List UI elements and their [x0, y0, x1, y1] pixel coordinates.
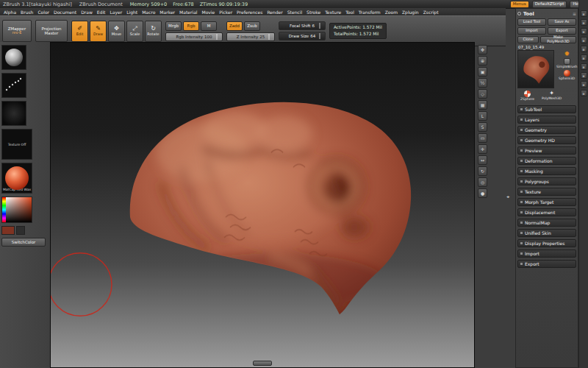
frame-icon[interactable]: ▭ [478, 133, 487, 143]
section-layers[interactable]: Layers [517, 116, 576, 124]
mrgb-button[interactable]: Mrgb [165, 21, 182, 31]
scroll-icon[interactable]: ✥ [478, 45, 487, 54]
rgb-button[interactable]: Rgb [183, 21, 199, 31]
rgb-intensity-slider[interactable]: Rgb Intensity 100 [165, 32, 223, 41]
rotate-gyro-icon[interactable]: ↻ [478, 166, 487, 176]
menu-material[interactable]: Material [177, 10, 199, 15]
sphere3d-icon[interactable] [564, 70, 570, 77]
menu-document[interactable]: Document [51, 10, 79, 15]
zsub-button[interactable]: Zsub [244, 21, 260, 31]
canvas-scrollbar[interactable] [253, 361, 272, 366]
palette-menu-icon[interactable]: ≡ [573, 11, 576, 16]
section-geometry-hd[interactable]: Geometry HD [517, 136, 576, 144]
menu-color[interactable]: Color [35, 10, 51, 15]
tool-clone[interactable]: Clone [517, 36, 539, 43]
current-stroke-thumbnail[interactable] [1, 73, 26, 98]
scale-mode-button[interactable]: ⤢Scale [126, 21, 143, 42]
draw-size-slider[interactable]: Draw Size 64 [279, 32, 326, 40]
tray-icon-10[interactable]: ▪ [581, 90, 587, 96]
menu-light[interactable]: Light [124, 10, 140, 15]
secondary-color-swatch[interactable] [16, 226, 25, 235]
actual-size-icon[interactable]: ▣ [478, 67, 487, 77]
document-canvas[interactable] [50, 42, 475, 368]
menu-zscript[interactable]: Zscript [421, 10, 441, 15]
menu-tool[interactable]: Tool [343, 10, 356, 15]
zmapper-button[interactable]: ZMapper rev-E [2, 20, 32, 42]
default-zscript-button[interactable]: DefaultZScript [532, 1, 567, 8]
m-button[interactable]: M [201, 21, 217, 31]
menu-preferences[interactable]: Preferences [234, 10, 265, 15]
tool-import[interactable]: Import [517, 27, 546, 35]
current-alpha-thumbnail[interactable] [1, 101, 26, 126]
menu-movie[interactable]: Movie [199, 10, 217, 15]
section-display-properties[interactable]: Display Properties [517, 239, 576, 247]
tray-icon-3[interactable]: ▪ [581, 28, 587, 35]
menu-texture[interactable]: Texture [323, 10, 343, 15]
menu-picker[interactable]: Picker [217, 10, 234, 15]
lsym-icon[interactable]: S [478, 122, 487, 132]
section-export[interactable]: Export [517, 260, 576, 268]
section-unified-skin[interactable]: Unified Skin [517, 229, 576, 237]
menu-alpha[interactable]: Alpha [1, 10, 18, 15]
menu-layer[interactable]: Layer [107, 10, 124, 15]
tool-load-tool[interactable]: Load Tool [517, 18, 546, 26]
tray-icon-6[interactable]: ▪ [581, 54, 587, 61]
section-preview[interactable]: Preview [517, 146, 576, 155]
draw-mode-button[interactable]: ✎Draw [90, 21, 107, 42]
active-tool-thumbnail[interactable] [517, 50, 554, 88]
polymesh3d-tool[interactable]: ✦ PolyMesh3D [542, 91, 562, 102]
local-transform-icon[interactable]: L [478, 111, 487, 121]
projection-master-button[interactable]: Projection Master [35, 20, 68, 42]
menu-render[interactable]: Render [265, 10, 284, 15]
focal-shift-slider[interactable]: Focal Shift 6 [279, 21, 326, 30]
current-texture-thumbnail[interactable]: Texture Off [1, 129, 32, 160]
tray-icon-4[interactable]: ▪ [581, 37, 587, 43]
saturation-value-square[interactable] [6, 197, 32, 222]
tray-divider-handle[interactable]: ◂▸ [506, 194, 509, 199]
xyz-icon[interactable]: ◎ [478, 177, 487, 187]
tool-export[interactable]: Export [548, 27, 576, 35]
aa-half-icon[interactable]: ½ [478, 78, 487, 88]
edit-mode-button[interactable]: ✐Edit [71, 21, 88, 42]
menu-transform[interactable]: Transform [356, 10, 383, 15]
zoom-icon[interactable]: ⊕ [478, 56, 487, 66]
tray-icon-1[interactable]: ▪ [581, 10, 587, 17]
menu-marker[interactable]: Marker [157, 10, 177, 15]
section-texture[interactable]: Texture [517, 188, 576, 196]
tray-icon-7[interactable]: ▪ [581, 63, 587, 70]
switch-color-button[interactable]: SwitchColor [1, 238, 46, 247]
menu-draw[interactable]: Draw [79, 10, 95, 15]
section-deformation[interactable]: Deformation [517, 157, 576, 165]
sculpted-model[interactable] [51, 43, 474, 367]
z-intensity-slider[interactable]: Z Intensity 25 [226, 32, 275, 41]
section-geometry[interactable]: Geometry [517, 126, 576, 134]
simplebrush-icon[interactable] [564, 58, 570, 65]
menu-zplugin[interactable]: Zplugin [400, 10, 421, 15]
menu-zoom[interactable]: Zoom [383, 10, 400, 15]
tool-make-polymesh3d[interactable]: Make PolyMesh3D [540, 36, 576, 43]
tray-icon-9[interactable]: ▪ [581, 81, 587, 88]
menu-edit[interactable]: Edit [95, 10, 108, 15]
scale-gyro-icon[interactable]: ↔ [478, 155, 487, 165]
move-mode-button[interactable]: ✥Move [108, 21, 125, 42]
menus-button[interactable]: Menus [510, 1, 529, 8]
tray-icon-8[interactable]: ▪ [581, 72, 587, 79]
menu-macro[interactable]: Macro [140, 10, 157, 15]
section-masking[interactable]: Masking [517, 167, 576, 175]
zsphere-tool[interactable]: ZSphere [520, 91, 534, 102]
persp-icon[interactable]: ◇ [478, 89, 487, 99]
menu-stroke[interactable]: Stroke [304, 10, 323, 15]
zadd-button[interactable]: Zadd [226, 21, 243, 31]
menu-stencil[interactable]: Stencil [285, 10, 304, 15]
floor-grid-icon[interactable]: ▦ [478, 100, 487, 110]
current-material-thumbnail[interactable]: MatCap Red Wax [1, 163, 32, 194]
section-normalmap[interactable]: NormalMap [517, 219, 576, 227]
tray-icon-2[interactable]: ▪ [581, 19, 587, 26]
main-color-swatch[interactable] [1, 226, 15, 235]
menu-brush[interactable]: Brush [18, 10, 35, 15]
section-morph-target[interactable]: Morph Target [517, 198, 576, 206]
section-subtool[interactable]: SubTool [517, 105, 576, 113]
tool-save-as[interactable]: Save As [548, 18, 576, 26]
tray-icon-5[interactable]: ▪ [581, 46, 587, 52]
move-gyro-icon[interactable]: ✛ [478, 144, 487, 154]
